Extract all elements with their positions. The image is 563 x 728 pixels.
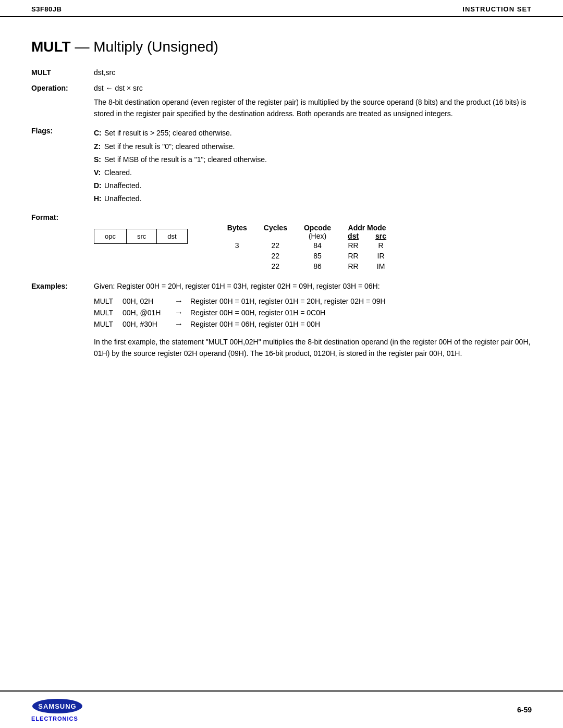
mult-syntax-row: MULT dst,src [31, 68, 532, 77]
ex-arrow: → [175, 319, 190, 329]
flag-h: H: Unaffected. [94, 192, 532, 205]
cell-opcode: 84 [296, 240, 339, 251]
title-normal: — Multiply (Unsigned) [71, 39, 218, 55]
cell-src: R [367, 240, 395, 251]
page-footer: SAMSUNG ELECTRONICS 6-59 [0, 690, 563, 728]
header-right: INSTRUCTION SET [462, 5, 532, 13]
flag-c-letter: C: [94, 127, 102, 140]
examples-label: Examples: [31, 282, 94, 290]
flags-content: C: Set if result is > 255; cleared other… [94, 127, 532, 205]
ex-result: Register 00H = 00H, register 01H = 0C0H [190, 309, 325, 317]
mult-label: MULT [31, 68, 94, 77]
box-cell-src: src [127, 229, 157, 243]
operation-row: Operation: dst ← dst × src The 8-bit des… [31, 84, 532, 120]
flag-h-text: Unaffected. [104, 192, 141, 205]
operation-label: Operation: [31, 84, 94, 92]
page-content: MULT — Multiply (Unsigned) MULT dst,src … [0, 17, 563, 690]
format-content: opc src dst Bytes Cycles O [94, 213, 532, 272]
example-note: In the first example, the statement "MUL… [94, 336, 532, 360]
flag-v-text: Cleared. [104, 166, 132, 179]
examples-row: Examples: Given: Register 00H = 20H, reg… [31, 282, 532, 360]
example-lines: MULT 00H, 02H → Register 00H = 01H, regi… [94, 297, 532, 329]
opcode-data-table: Bytes Cycles Opcode Addr Mode (Hex) ds [219, 224, 395, 272]
electronics-label: ELECTRONICS [31, 715, 78, 722]
cell-opcode: 86 [296, 261, 339, 272]
flag-v-letter: V: [94, 166, 102, 179]
cell-cycles: 22 [255, 251, 296, 261]
ex-operand: 00H, @01H [123, 309, 175, 317]
flag-s: S: Set if MSB of the result is a "1"; cl… [94, 153, 532, 166]
th-cycles-sub [255, 232, 296, 240]
example-line: MULT 00H, 02H → Register 00H = 01H, regi… [94, 297, 532, 306]
th-opcode: Opcode [296, 224, 339, 232]
th-cycles: Cycles [255, 224, 296, 232]
opcode-table: Bytes Cycles Opcode Addr Mode (Hex) ds [219, 224, 395, 272]
samsung-logo-svg: SAMSUNG [31, 698, 83, 714]
page-title: MULT — Multiply (Unsigned) [31, 38, 532, 56]
operation-content: dst ← dst × src The 8-bit destination op… [94, 84, 532, 120]
cell-opcode: 85 [296, 251, 339, 261]
cell-dst: RR [339, 240, 367, 251]
cell-cycles: 22 [255, 240, 296, 251]
format-label: Format: [31, 213, 94, 221]
ex-cmd: MULT [94, 297, 123, 305]
flag-v: V: Cleared. [94, 166, 532, 179]
page-number: 6-59 [517, 706, 532, 714]
table-row: 3 22 84 RR R [219, 240, 395, 251]
flag-s-text: Set if MSB of the result is a "1"; clear… [104, 153, 267, 166]
examples-section: Examples: Given: Register 00H = 20H, reg… [31, 282, 532, 360]
format-row: Format: opc src dst [31, 213, 532, 272]
flag-z-text: Set if the result is "0"; cleared otherw… [104, 140, 235, 153]
flag-s-letter: S: [94, 153, 102, 166]
flags-row: Flags: C: Set if result is > 255; cleare… [31, 127, 532, 205]
flag-z-letter: Z: [94, 140, 102, 153]
page-header: S3F80JB INSTRUCTION SET [0, 0, 563, 17]
th-addr-mode: Addr Mode [339, 224, 395, 232]
title-bold: MULT [31, 39, 71, 55]
table-header-row-2: (Hex) dst src [219, 232, 395, 240]
flag-h-letter: H: [94, 192, 102, 205]
svg-text:SAMSUNG: SAMSUNG [38, 702, 76, 710]
box-cell-opc: opc [94, 229, 127, 243]
ex-arrow: → [175, 297, 190, 306]
flag-c: C: Set if result is > 255; cleared other… [94, 127, 532, 140]
th-opcode-sub: (Hex) [296, 232, 339, 240]
th-dst-sub: dst [339, 232, 367, 240]
flags-label: Flags: [31, 127, 94, 135]
instruction-box: opc src dst [94, 229, 188, 244]
cell-src: IM [367, 261, 395, 272]
opcode-tbody: 3 22 84 RR R 22 85 RR IR 22 86 RR IM [219, 240, 395, 272]
ex-result: Register 00H = 01H, register 01H = 20H, … [190, 297, 386, 305]
instruction-encoding: opc src dst [94, 224, 188, 244]
operation-formula: dst ← dst × src [94, 84, 532, 92]
cell-bytes: 3 [219, 240, 255, 251]
ex-cmd: MULT [94, 309, 123, 317]
cell-dst: RR [339, 251, 367, 261]
example-given: Given: Register 00H = 20H, register 01H … [94, 282, 532, 290]
footer-logo: SAMSUNG ELECTRONICS [31, 698, 83, 722]
flag-d-text: Unaffected. [104, 179, 141, 192]
format-table-area: opc src dst Bytes Cycles O [94, 224, 532, 272]
header-left: S3F80JB [31, 5, 62, 13]
flag-c-text: Set if result is > 255; cleared otherwis… [104, 127, 232, 140]
flag-d: D: Unaffected. [94, 179, 532, 192]
page-container: S3F80JB INSTRUCTION SET MULT — Multiply … [0, 0, 563, 728]
ex-operand: 00H, #30H [123, 320, 175, 328]
flag-z: Z: Set if the result is "0"; cleared oth… [94, 140, 532, 153]
examples-content: Given: Register 00H = 20H, register 01H … [94, 282, 532, 360]
table-row: 22 86 RR IM [219, 261, 395, 272]
ex-result: Register 00H = 06H, register 01H = 00H [190, 320, 320, 328]
th-bytes-sub [219, 232, 255, 240]
cell-src: IR [367, 251, 395, 261]
mult-syntax: dst,src [94, 68, 532, 77]
cell-bytes [219, 251, 255, 261]
operation-desc: The 8-bit destination operand (even regi… [94, 96, 532, 120]
flag-d-letter: D: [94, 179, 102, 192]
table-header-row-1: Bytes Cycles Opcode Addr Mode [219, 224, 395, 232]
cell-bytes [219, 261, 255, 272]
example-line: MULT 00H, #30H → Register 00H = 06H, reg… [94, 319, 532, 329]
cell-dst: RR [339, 261, 367, 272]
box-cell-dst: dst [157, 229, 187, 243]
example-line: MULT 00H, @01H → Register 00H = 00H, reg… [94, 308, 532, 317]
th-bytes: Bytes [219, 224, 255, 232]
